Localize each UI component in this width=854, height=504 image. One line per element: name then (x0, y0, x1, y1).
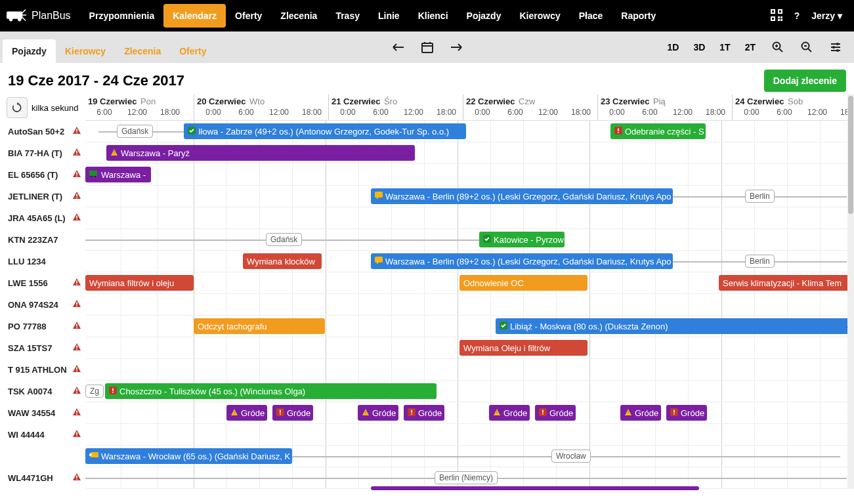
event-katowice-status-icon (483, 235, 491, 245)
add-order-button[interactable]: Dodaj zlecenie (764, 70, 846, 92)
vehicle-row-label[interactable] (0, 446, 85, 467)
vehicle-row-label[interactable]: JRA 45A65 (L) (0, 207, 85, 229)
pill-berlin-2[interactable]: Berlin (745, 255, 775, 268)
event-grode[interactable]: Gróde (226, 405, 267, 421)
vehicle-row-label[interactable]: WL4471GH (0, 467, 85, 489)
event-libiaz[interactable]: Libiąż - Moskwa (80 os.) (Dukszta Zenon) (496, 318, 850, 334)
event-choszczno[interactable]: Choszczno - Tuliszków (45 os.) (Winciuna… (105, 383, 437, 399)
range-1T[interactable]: 1T (713, 35, 737, 59)
page-title: 19 Cze 2017 - 24 Cze 2017 (8, 72, 184, 89)
help-button[interactable]: ? (794, 10, 800, 21)
nav-item-kierowcy[interactable]: Kierowcy (510, 0, 569, 32)
nav-item-oferty[interactable]: Oferty (226, 0, 271, 32)
nav-item-zlecenia[interactable]: Zlecenia (271, 0, 326, 32)
tab-oferty[interactable]: Oferty (170, 39, 215, 63)
svg-rect-45 (76, 327, 77, 329)
vehicle-row-label[interactable]: SZA 15TS7 (0, 337, 85, 359)
vehicle-row-label[interactable]: JETLINER (T) (0, 186, 85, 207)
event-warszawa[interactable]: Warszawa - (85, 167, 151, 182)
range-1D[interactable]: 1D (661, 35, 686, 59)
zoom-out-button[interactable] (794, 35, 820, 59)
tab-pojazdy[interactable]: Pojazdy (3, 39, 56, 63)
zoom-in-button[interactable] (765, 35, 791, 59)
nav-item-trasy[interactable]: Trasy (326, 0, 369, 32)
event-filtry[interactable]: Wymiana filtrów i oleju (85, 275, 194, 291)
svg-rect-55 (76, 436, 77, 437)
pill-berlin-de[interactable]: Berlin (Niemcy) (435, 471, 498, 484)
user-menu[interactable]: Jerzy ▾ (811, 10, 842, 21)
vehicle-row-label[interactable]: WAW 34554 (0, 402, 85, 424)
settings-icon[interactable] (822, 35, 849, 59)
range-2T[interactable]: 2T (738, 35, 762, 59)
event-olej[interactable]: Wymiana Oleju i filtrów (459, 340, 587, 356)
svg-rect-75 (280, 410, 281, 413)
warning-icon (72, 213, 81, 224)
vehicle-row-label[interactable]: BIA 77-HA (T) (0, 142, 85, 164)
vehicle-row-label[interactable]: LLU 1234 (0, 251, 85, 272)
event-wroclaw[interactable]: Warszawa - Wrocław (65 os.) (Gdański Dar… (85, 448, 292, 464)
vehicle-row-label[interactable]: T 915 ATHLON (0, 359, 85, 381)
event-warszawa-paryz[interactable]: Warszawa - Paryż (106, 145, 415, 161)
event-odnowienie-oc[interactable]: Odnowienie OC (459, 275, 587, 291)
event-grode[interactable]: Gróde (666, 405, 707, 421)
vehicle-row-label[interactable]: WI 44444 (0, 424, 85, 446)
pill-wroclaw[interactable]: Wrocław (551, 450, 591, 463)
tab-zlecenia[interactable]: Zlecenia (115, 39, 170, 63)
pill-gdansk-2[interactable]: Gdańsk (266, 233, 302, 246)
vehicle-row-label[interactable]: EL 65656 (T) (0, 164, 85, 186)
qr-icon[interactable] (771, 9, 782, 23)
vehicle-row-label[interactable]: TSK A0074 (0, 381, 85, 402)
svg-rect-76 (280, 413, 281, 415)
today-button[interactable] (414, 35, 440, 59)
event-warszawa-berlin-2[interactable]: Warszawa - Berlin (89+2 os.) (Leski Grze… (371, 253, 673, 269)
refresh-button[interactable] (7, 97, 28, 118)
nav-item-przypomnienia[interactable]: Przypomnienia (80, 0, 164, 32)
timeline-row: Warszawa - (85, 164, 854, 186)
vehicle-row-label[interactable]: ONA 974S24 (0, 294, 85, 316)
warning-icon (72, 321, 81, 332)
vehicle-row-label[interactable]: AutoSan 50+2 (0, 121, 85, 142)
vehicle-row-label[interactable]: LWE 1556 (0, 272, 85, 294)
svg-rect-35 (76, 176, 77, 177)
event-partial[interactable] (371, 486, 699, 490)
event-ilowa[interactable]: Iłowa - Zabrze (49+2 os.) (Antonow Grzeg… (184, 123, 466, 139)
pill-gdansk[interactable]: Gdańsk (117, 125, 153, 138)
next-button[interactable] (443, 35, 469, 59)
nav-item-płace[interactable]: Płace (570, 0, 612, 32)
vehicle-row-label[interactable]: KTN 223ZA7 (0, 229, 85, 251)
svg-rect-73 (234, 411, 234, 413)
event-grode[interactable]: Gróde (620, 405, 661, 421)
nav-item-kalendarz[interactable]: Kalendarz (163, 4, 226, 28)
range-3D[interactable]: 3D (687, 35, 712, 59)
event-tachograf[interactable]: Odczyt tachografu (194, 318, 325, 334)
event-grode[interactable]: Gróde (358, 405, 398, 421)
day-header: 24 Czerwiec Sob0:006:0012:0018:00 (732, 94, 854, 120)
event-odebranie[interactable]: Odebranie części - S (610, 123, 706, 139)
vehicle-row-label[interactable]: PO 77788 (0, 316, 85, 337)
event-grode[interactable]: Gróde (404, 405, 444, 421)
tab-kierowcy[interactable]: Kierowcy (56, 39, 115, 63)
vertical-scrollbar[interactable] (847, 94, 854, 489)
nav-item-raporty[interactable]: Raporty (612, 0, 665, 32)
event-klima[interactable]: Serwis klimatyzacji - Klima Tem (719, 275, 850, 291)
pill-zg[interactable]: Zg (85, 385, 104, 398)
svg-rect-62 (114, 151, 114, 154)
event-warszawa-berlin[interactable]: Warszawa - Berlin (89+2 os.) (Leski Grze… (371, 188, 673, 204)
nav-item-pojazdy[interactable]: Pojazdy (458, 0, 511, 32)
warning-icon (72, 126, 81, 137)
day-header: 21 Czerwiec Śro0:006:0012:0018:00 (328, 94, 463, 120)
svg-rect-48 (76, 368, 77, 370)
pill-berlin[interactable]: Berlin (745, 190, 775, 203)
event-grode[interactable]: Gróde (535, 405, 576, 421)
event-grode[interactable]: Gróde (489, 405, 530, 421)
event-grode-status-icon (362, 408, 370, 418)
warning-icon (72, 299, 81, 310)
brand-logo[interactable]: PlanBus (0, 0, 80, 32)
svg-rect-37 (76, 198, 77, 199)
nav-item-klienci[interactable]: Klienci (409, 0, 458, 32)
prev-button[interactable] (385, 35, 412, 59)
event-grode[interactable]: Gróde (272, 405, 313, 421)
event-katowice[interactable]: Katowice - Pyrzow (479, 232, 565, 247)
event-wymiana-klockow[interactable]: Wymiana klocków (243, 253, 322, 269)
nav-item-linie[interactable]: Linie (369, 0, 409, 32)
